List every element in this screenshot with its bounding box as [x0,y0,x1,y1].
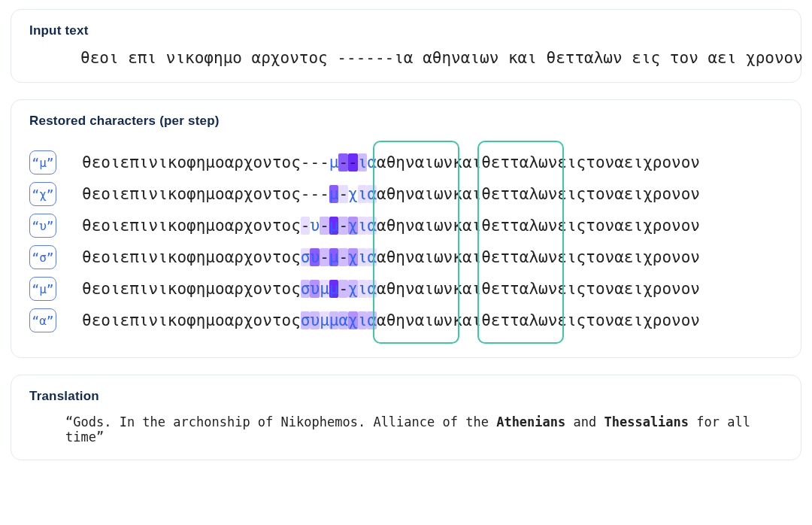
token: επι [120,185,149,203]
slot-char: - [301,185,311,203]
slot-char: υ [310,248,320,266]
token: θεοι [82,217,120,235]
tail-char: ι [358,280,368,298]
token: επι [120,280,149,298]
slot-char: χ [348,217,358,235]
token: τον [586,248,614,266]
token: νικοφημο [149,217,225,235]
card-translation: Translation “Gods. In the archonship of … [11,375,801,460]
token: χρονον [643,311,700,329]
slot-char: υ [310,311,320,329]
token: χρονον [643,153,700,171]
token: θεοι [82,280,120,298]
highlight-box-thessalians [477,141,564,344]
token: τον [586,185,614,203]
token: επι [120,217,149,235]
token: νικοφημο [149,185,225,203]
token: θεοι [82,311,120,329]
token: αρχοντος [225,185,301,203]
slot-char: - [320,185,329,203]
slot-char: χ [348,248,358,266]
token: θεοι [82,248,120,266]
token: τον [586,153,614,171]
tail-char: ι [358,153,368,171]
card-input-text: Input text θεοι επι νικοφημο αρχοντος --… [11,9,801,83]
token: νικοφημο [149,280,225,298]
highlight-box-athenians [373,141,459,344]
token: χρονον [643,185,700,203]
tail-char: ι [358,311,368,329]
token: αρχοντος [225,153,301,171]
heading-translation: Translation [29,389,783,404]
slot-char: - [320,153,329,171]
slot-char: μ [329,153,339,171]
slot-char: - [310,153,320,171]
token: αρχοντος [225,280,301,298]
token: χρονον [643,217,700,235]
token: αει [614,217,643,235]
slot-char: - [320,248,329,266]
slot-char: - [320,217,329,235]
slot-char: σ [301,248,311,266]
step-tag: “χ” [29,182,56,206]
input-text-line: θεοι επι νικοφημο αρχοντος ------ια αθην… [80,49,783,67]
translation-bold-athenians: Athenians [496,414,565,429]
slot-char: σ [301,280,311,298]
token: νικοφημο [149,153,225,171]
slot-char: - [338,217,348,235]
slot-char: χ [348,185,358,203]
step-tag: “υ” [29,214,56,238]
translation-text: “Gods. In the archonship of Nikophemos. … [65,414,783,445]
slot-char: μ [320,311,329,329]
slot-char: - [338,280,348,298]
slot-char: α [338,311,348,329]
step-tag: “α” [29,308,56,332]
slot-char: - [301,217,311,235]
token: αει [614,153,643,171]
card-restored: Restored characters (per step) “μ”θεοι ε… [11,99,801,358]
slot-char: μ [320,280,329,298]
tail-char: ι [358,185,368,203]
slot-char: υ [310,217,320,235]
token: τον [586,280,614,298]
step-tag: “μ” [29,150,56,174]
token: τον [586,311,614,329]
slot-char: - [338,153,348,171]
slot-char: - [338,248,348,266]
token: αει [614,248,643,266]
slot-char: μ [329,248,339,266]
slot-char: μ [329,280,339,298]
step-tag: “σ” [29,245,56,269]
slot-char: υ [310,280,320,298]
slot-char: - [301,153,311,171]
slot-char: χ [348,311,358,329]
slot-char: - [310,185,320,203]
token: αει [614,280,643,298]
slot-char: χ [348,280,358,298]
slot-char: - [338,185,348,203]
slot-char: μ [329,311,339,329]
token: επι [120,153,149,171]
slot-char: μ [329,217,339,235]
slot-char: - [348,153,358,171]
token: θεοι [82,153,120,171]
tail-char: ι [358,248,368,266]
step-tag: “μ” [29,277,56,301]
token: χρονον [643,248,700,266]
token: τον [586,217,614,235]
token: επι [120,248,149,266]
translation-bold-thessalians: Thessalians [604,414,689,429]
translation-mid: and [565,414,604,429]
slot-char: μ [329,185,339,203]
token: επι [120,311,149,329]
token: θεοι [82,185,120,203]
heading-input: Input text [29,23,783,38]
slot-char: σ [301,311,311,329]
token: αει [614,185,643,203]
token: νικοφημο [149,248,225,266]
token: χρονον [643,280,700,298]
restoration-steps: “μ”θεοι επι νικοφημο αρχοντος ---μ--ια α… [29,139,783,350]
token: αρχοντος [225,248,301,266]
heading-restored: Restored characters (per step) [29,114,783,129]
token: αει [614,311,643,329]
